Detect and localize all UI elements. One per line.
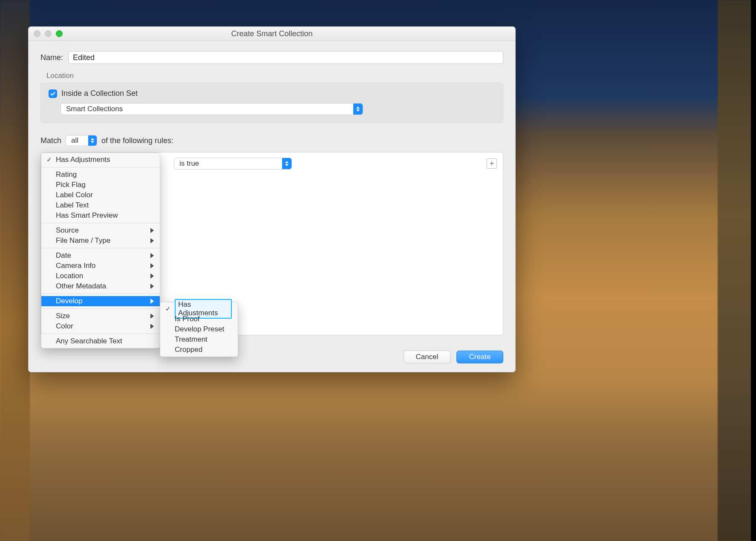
add-rule-button[interactable]: + [487,158,497,169]
menu-item-label: Rating [56,170,154,179]
menu-separator [41,334,160,334]
window-controls [34,30,63,37]
submenu-item-label: Treatment [175,335,232,344]
menu-item-camera-info[interactable]: Camera Info [41,261,160,271]
menu-item-label: Camera Info [56,262,147,270]
titlebar: Create Smart Collection [29,27,515,41]
menu-item-pick-flag[interactable]: Pick Flag [41,180,160,190]
match-prefix: Match [40,136,61,145]
chevron-right-icon [150,253,154,258]
match-mode-value: all [71,136,78,145]
select-stepper-icon [282,158,291,169]
menu-item-label: Any Searchable Text [56,337,154,345]
menu-item-source[interactable]: Source [41,225,160,236]
chevron-right-icon [150,238,154,243]
menu-item-label: Develop [56,297,147,305]
menu-separator [41,294,160,294]
menu-item-label: Other Metadata [56,282,147,291]
match-suffix: of the following rules: [101,136,173,145]
chevron-right-icon [150,263,154,268]
menu-separator [41,248,160,248]
inside-collection-checkbox[interactable] [49,89,57,98]
location-heading: Location [46,72,503,80]
develop-submenu[interactable]: ✓Has AdjustmentsIs ProofDevelop PresetTr… [160,302,238,357]
menu-item-label: Has Smart Preview [56,211,154,220]
menu-separator [41,308,160,309]
check-icon [50,91,56,97]
submenu-item-treatment[interactable]: Treatment [160,334,238,345]
menu-separator [41,167,160,167]
chevron-right-icon [150,273,154,279]
plus-icon: + [490,160,494,167]
window-close-button[interactable] [34,30,40,37]
chevron-right-icon [150,324,154,329]
screen-edge [751,0,756,541]
menu-item-label-text[interactable]: Label Text [41,200,160,210]
rule-type-dropdown[interactable]: ✓Has AdjustmentsRatingPick FlagLabel Col… [41,153,160,348]
submenu-item-cropped[interactable]: Cropped [160,345,238,355]
name-label: Name: [40,53,63,62]
menu-item-label: Label Color [56,191,154,199]
menu-item-label: Location [56,272,147,280]
create-label: Create [469,353,491,361]
menu-item-label: Color [56,322,147,331]
name-input[interactable] [68,51,503,64]
menu-item-label: Label Text [56,201,154,210]
cancel-button[interactable]: Cancel [404,351,450,363]
menu-item-label: Date [56,251,147,260]
menu-item-label: Pick Flag [56,181,154,189]
menu-item-date[interactable]: Date [41,250,160,261]
rule-condition-select[interactable]: is true [174,158,292,170]
menu-item-label: Size [56,312,147,320]
collection-set-select[interactable]: Smart Collections [61,103,363,115]
menu-item-label-color[interactable]: Label Color [41,190,160,200]
menu-item-label: Has Adjustments [56,155,154,164]
submenu-item-develop-preset[interactable]: Develop Preset [160,324,238,334]
menu-item-size[interactable]: Size [41,311,160,321]
menu-item-any-searchable-text[interactable]: Any Searchable Text [41,336,160,346]
menu-item-has-adjustments[interactable]: ✓Has Adjustments [41,155,160,165]
menu-item-rating[interactable]: Rating [41,170,160,180]
menu-item-color[interactable]: Color [41,321,160,331]
submenu-item-label: Cropped [175,345,232,354]
menu-item-file-name-type[interactable]: File Name / Type [41,236,160,246]
submenu-item-is-proof[interactable]: Is Proof [160,314,238,324]
chevron-right-icon [150,228,154,233]
submenu-item-label: Is Proof [175,315,232,323]
create-button[interactable]: Create [456,351,503,363]
dialog-title: Create Smart Collection [231,29,312,38]
menu-separator [41,223,160,223]
menu-item-label: Source [56,226,147,235]
check-icon: ✓ [46,156,52,164]
match-mode-select[interactable]: all [66,135,97,146]
menu-item-develop[interactable]: Develop [41,296,160,306]
window-minimize-button[interactable] [45,30,52,37]
rule-condition-value: is true [179,159,199,168]
chevron-right-icon [150,299,154,304]
rules-area: is true + ✓Has AdjustmentsRatingPick Fla… [40,152,503,335]
check-icon: ✓ [164,305,171,313]
menu-item-has-smart-preview[interactable]: Has Smart Preview [41,210,160,221]
chevron-right-icon [150,284,154,289]
inside-collection-label: Inside a Collection Set [61,89,138,98]
submenu-item-label: Develop Preset [175,325,232,334]
menu-item-other-metadata[interactable]: Other Metadata [41,281,160,291]
chevron-right-icon [150,314,154,319]
menu-item-label: File Name / Type [56,236,147,245]
select-stepper-icon [353,104,363,115]
menu-item-location[interactable]: Location [41,271,160,281]
cancel-label: Cancel [416,353,439,361]
submenu-item-has-adjustments[interactable]: ✓Has Adjustments [160,304,238,314]
collection-set-value: Smart Collections [66,105,123,113]
dialog-create-smart-collection: Create Smart Collection Name: Location I… [28,26,516,372]
location-section: Inside a Collection Set Smart Collection… [40,83,503,123]
window-zoom-button[interactable] [56,30,63,37]
select-stepper-icon [88,135,97,146]
